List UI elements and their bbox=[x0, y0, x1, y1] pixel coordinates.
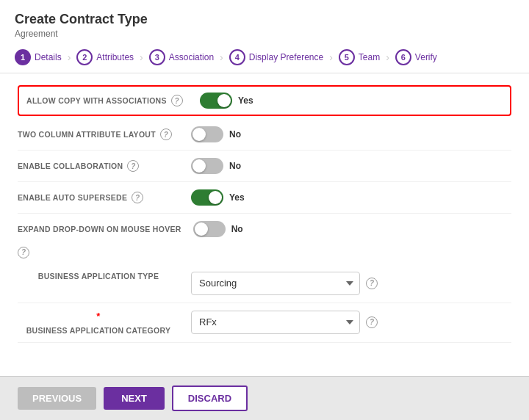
page-header: Create Contract Type Agreement bbox=[0, 0, 529, 42]
form-body: ALLOW COPY WITH ASSOCIATIONS ? Yes TWO C… bbox=[0, 73, 529, 376]
step-3-label: Association bbox=[169, 52, 214, 62]
step-5-label: Team bbox=[359, 52, 380, 62]
enable-auto-toggle-text: Yes bbox=[229, 192, 245, 203]
step-4[interactable]: 4 Display Preference bbox=[229, 49, 323, 65]
step-1[interactable]: 1 Details bbox=[15, 49, 62, 65]
enable-collab-row: ENABLE COLLABORATION ? No bbox=[18, 151, 511, 182]
two-column-toggle-container: No bbox=[191, 126, 241, 142]
two-column-toggle-text: No bbox=[229, 129, 241, 140]
business-app-category-dropdown[interactable]: RFx Auction bbox=[191, 311, 360, 334]
enable-collab-help-icon[interactable]: ? bbox=[127, 160, 139, 172]
step-6-circle: 6 bbox=[395, 49, 411, 65]
allow-copy-label: ALLOW COPY WITH ASSOCIATIONS ? bbox=[26, 95, 188, 106]
enable-auto-label: ENABLE AUTO SUPERSEDE ? bbox=[18, 192, 179, 203]
footer-bar: PREVIOUS NEXT DISCARD bbox=[0, 376, 529, 420]
enable-auto-help-icon[interactable]: ? bbox=[132, 192, 143, 203]
step-6[interactable]: 6 Verify bbox=[395, 49, 437, 65]
step-2-label: Attributes bbox=[96, 52, 134, 62]
separator-5: › bbox=[386, 51, 389, 63]
expand-dropdown-toggle-text: No bbox=[231, 224, 243, 234]
step-5[interactable]: 5 Team bbox=[339, 49, 380, 65]
allow-copy-toggle-knob bbox=[217, 94, 231, 107]
step-1-circle: 1 bbox=[15, 49, 31, 65]
step-3-circle: 3 bbox=[149, 49, 165, 65]
separator-3: › bbox=[220, 51, 223, 63]
enable-auto-row: ENABLE AUTO SUPERSEDE ? Yes bbox=[18, 182, 511, 214]
expand-dropdown-row: EXPAND DROP-DOWN ON MOUSE HOVER No bbox=[18, 214, 511, 245]
step-1-label: Details bbox=[35, 52, 62, 62]
expand-dropdown-label: EXPAND DROP-DOWN ON MOUSE HOVER bbox=[18, 225, 181, 233]
allow-copy-row: ALLOW COPY WITH ASSOCIATIONS ? Yes bbox=[18, 85, 511, 116]
business-app-type-row: BUSINESS APPLICATION TYPE Sourcing Procu… bbox=[18, 264, 511, 303]
separator-4: › bbox=[329, 51, 333, 63]
allow-copy-help-icon[interactable]: ? bbox=[171, 95, 183, 106]
next-button[interactable]: NEXT bbox=[104, 387, 165, 410]
business-app-category-help-icon[interactable]: ? bbox=[366, 316, 378, 328]
discard-button[interactable]: DISCARD bbox=[172, 385, 248, 411]
enable-collab-toggle-container: No bbox=[191, 158, 241, 174]
two-column-toggle-knob bbox=[192, 128, 206, 141]
step-2-circle: 2 bbox=[76, 49, 93, 65]
two-column-help-icon[interactable]: ? bbox=[160, 128, 172, 140]
step-2[interactable]: 2 Attributes bbox=[76, 49, 134, 65]
business-app-category-dropdown-container: RFx Auction ? bbox=[191, 311, 378, 334]
step-5-circle: 5 bbox=[339, 49, 355, 65]
page-subtitle: Agreement bbox=[15, 29, 514, 39]
expand-dropdown-toggle-knob bbox=[195, 222, 208, 236]
two-column-label: TWO COLUMN ATTRIBUTE LAYOUT ? bbox=[18, 128, 179, 140]
enable-collab-label: ENABLE COLLABORATION ? bbox=[18, 160, 179, 172]
enable-collab-toggle-knob bbox=[192, 159, 206, 173]
business-app-type-dropdown-container: Sourcing Procurement ? bbox=[191, 272, 378, 295]
allow-copy-toggle-container: Yes bbox=[200, 93, 253, 109]
enable-collab-toggle-text: No bbox=[229, 161, 241, 171]
enable-auto-toggle-knob bbox=[209, 191, 222, 204]
business-app-type-help-icon[interactable]: ? bbox=[366, 278, 378, 289]
two-column-row: TWO COLUMN ATTRIBUTE LAYOUT ? No bbox=[18, 119, 511, 151]
previous-button[interactable]: PREVIOUS bbox=[18, 387, 96, 410]
allow-copy-toggle-text: Yes bbox=[238, 95, 253, 106]
page-title: Create Contract Type bbox=[15, 12, 514, 27]
separator-2: › bbox=[140, 51, 143, 63]
enable-collab-toggle[interactable] bbox=[191, 158, 223, 174]
expand-dropdown-help-icon[interactable]: ? bbox=[18, 247, 29, 258]
expand-dropdown-help-row: ? bbox=[18, 245, 511, 264]
step-4-circle: 4 bbox=[229, 49, 245, 65]
enable-auto-toggle[interactable] bbox=[191, 189, 223, 206]
enable-auto-toggle-container: Yes bbox=[191, 189, 245, 206]
expand-dropdown-toggle[interactable] bbox=[193, 221, 226, 237]
two-column-toggle[interactable] bbox=[191, 126, 223, 142]
business-app-type-label: BUSINESS APPLICATION TYPE bbox=[18, 272, 179, 280]
allow-copy-toggle[interactable] bbox=[200, 93, 232, 109]
stepper: 1 Details › 2 Attributes › 3 Association… bbox=[0, 42, 529, 73]
business-app-category-row: BUSINESS APPLICATION CATEGORY RFx Auctio… bbox=[18, 303, 511, 343]
step-3[interactable]: 3 Association bbox=[149, 49, 214, 65]
step-4-label: Display Preference bbox=[249, 52, 323, 62]
business-app-category-label: BUSINESS APPLICATION CATEGORY bbox=[18, 311, 179, 335]
step-6-label: Verify bbox=[415, 52, 437, 62]
expand-dropdown-toggle-container: No bbox=[193, 221, 243, 237]
separator-1: › bbox=[68, 51, 71, 63]
business-app-type-dropdown[interactable]: Sourcing Procurement bbox=[191, 272, 360, 295]
